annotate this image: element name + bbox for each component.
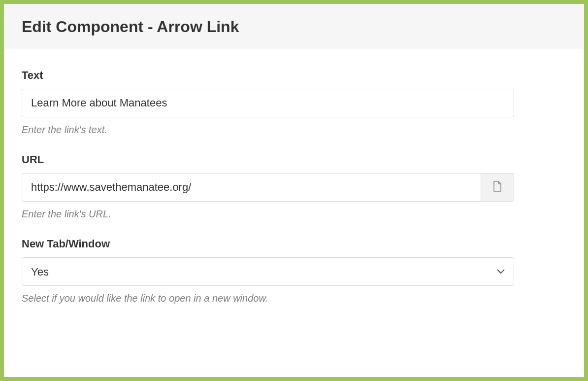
label-new-tab: New Tab/Window — [22, 238, 566, 250]
field-text: Text Enter the link's text. — [22, 69, 566, 136]
help-text-new-tab: Select if you would like the link to ope… — [22, 293, 566, 304]
input-text[interactable] — [22, 89, 514, 117]
dialog-title: Edit Component - Arrow Link — [22, 18, 566, 36]
help-text-text: Enter the link's text. — [22, 124, 566, 136]
dialog-container: Edit Component - Arrow Link Text Enter t… — [0, 0, 588, 381]
dialog-body: Text Enter the link's text. URL Enter th — [4, 49, 584, 337]
field-url: URL Enter the link's URL. — [22, 153, 566, 220]
input-url[interactable] — [22, 173, 481, 202]
file-icon — [493, 181, 502, 194]
input-group-url — [22, 173, 514, 202]
field-new-tab: New Tab/Window Yes Select if you would l… — [22, 238, 566, 304]
select-new-tab[interactable]: Yes — [22, 257, 514, 286]
label-text: Text — [22, 69, 566, 82]
help-text-url: Enter the link's URL. — [22, 208, 566, 220]
label-url: URL — [22, 153, 566, 166]
dialog-header: Edit Component - Arrow Link — [4, 4, 584, 49]
select-wrap-new-tab: Yes — [22, 257, 514, 286]
file-picker-button[interactable] — [481, 173, 514, 202]
